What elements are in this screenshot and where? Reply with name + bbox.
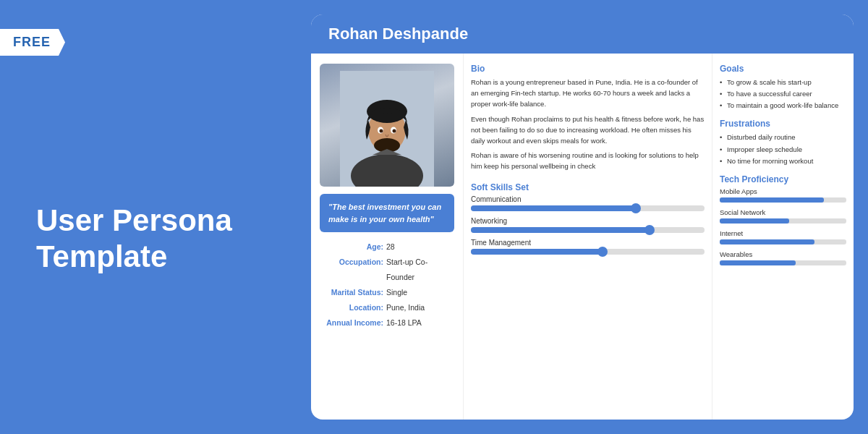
bio-section: Bio Rohan is a young entrepreneur based …: [471, 64, 705, 172]
goal-1: To grow & scale his start-up: [720, 77, 846, 88]
persona-name: Rohan Deshpande: [328, 25, 468, 43]
bio-text2: Even though Rohan proclaims to put his h…: [471, 114, 705, 147]
frustrations-title: Frustrations: [720, 119, 846, 129]
svg-point-8: [380, 129, 383, 133]
tech-proficiency-section: Tech Proficiency Mobile Apps Social Netw…: [720, 174, 846, 271]
free-badge: FREE: [0, 29, 65, 56]
col-right: Goals To grow & scale his start-up To ha…: [712, 54, 854, 420]
tech-title: Tech Proficiency: [720, 174, 846, 184]
demo-income: Annual Income: 16-18 LPA: [320, 315, 454, 331]
frustrations-list: Disturbed daily routine Improper sleep s…: [720, 132, 846, 166]
persona-header: Rohan Deshpande: [311, 14, 854, 54]
soft-skills-title: Soft Skills Set: [471, 182, 705, 192]
frustration-3: No time for morning workout: [720, 156, 846, 167]
goals-title: Goals: [720, 64, 846, 74]
goals-list: To grow & scale his start-up To have a s…: [720, 77, 846, 111]
soft-skills-section: Soft Skills Set Communication Networking: [471, 182, 705, 260]
skill-communication: Communication: [471, 195, 705, 211]
bio-text3: Rohan is aware of his worsening routine …: [471, 150, 705, 171]
skill-networking: Networking: [471, 217, 705, 233]
persona-body: "The best investment you can make is in …: [311, 54, 854, 420]
col-left: "The best investment you can make is in …: [311, 54, 463, 420]
demo-age: Age: 28: [320, 239, 454, 255]
bio-title: Bio: [471, 64, 705, 74]
col-mid: Bio Rohan is a young entrepreneur based …: [463, 54, 712, 420]
goal-3: To maintain a good work-life balance: [720, 100, 846, 111]
demo-marital: Marital Status: Single: [320, 285, 454, 300]
left-panel: FREE User Persona Template: [0, 0, 311, 434]
tech-wearables: Wearables: [720, 250, 846, 265]
frustration-2: Improper sleep schedule: [720, 144, 846, 156]
goals-section: Goals To grow & scale his start-up To ha…: [720, 64, 846, 111]
bio-text1: Rohan is a young entrepreneur based in P…: [471, 77, 705, 110]
profile-photo: [320, 64, 454, 187]
quote-text: "The best investment you can make is in …: [328, 203, 441, 224]
tech-internet: Internet: [720, 229, 846, 244]
demo-location: Location: Pune, India: [320, 300, 454, 315]
tech-mobile: Mobile Apps: [720, 187, 846, 203]
demographics: Age: 28 Occupation: Start-up Co-Founder …: [320, 239, 454, 331]
goal-2: To have a successful career: [720, 88, 846, 100]
svg-point-9: [393, 129, 396, 133]
quote-box: "The best investment you can make is in …: [320, 194, 454, 232]
frustration-1: Disturbed daily routine: [720, 132, 846, 143]
frustrations-section: Frustrations Disturbed daily routine Imp…: [720, 119, 846, 166]
tech-social: Social Network: [720, 208, 846, 224]
persona-card: Rohan Deshpande: [311, 14, 854, 420]
demo-occupation: Occupation: Start-up Co-Founder: [320, 255, 454, 285]
left-title: User Persona Template: [36, 203, 275, 276]
skill-time-management: Time Management: [471, 239, 705, 255]
